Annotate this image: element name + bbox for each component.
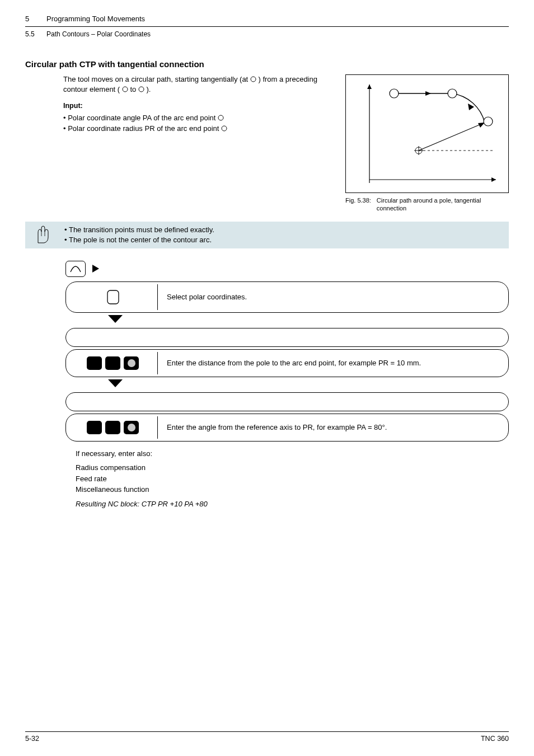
svg-point-18 (484, 117, 493, 126)
numeric-key-icon (87, 356, 102, 370)
step-3-text: Enter the angle from the reference axis … (158, 416, 506, 439)
step-1-text: Select polar coordinates. (158, 284, 506, 310)
arrow-right-icon (91, 264, 100, 274)
page-footer: 5-32 TNC 360 (25, 735, 509, 743)
note-item: The pole is not the center of the contou… (64, 235, 214, 245)
svg-marker-6 (491, 177, 496, 182)
svg-point-2 (139, 87, 144, 92)
svg-point-0 (251, 77, 256, 82)
svg-point-4 (222, 126, 227, 131)
numeric-key-icon (105, 356, 120, 370)
header-rule (25, 26, 509, 27)
svg-marker-19 (425, 91, 431, 96)
input-list: Polar coordinate angle PA of the arc end… (63, 113, 338, 134)
figure-caption-text: Circular path around a pole, tangential … (377, 196, 509, 213)
svg-point-17 (448, 89, 457, 98)
input-item: Polar coordinate angle PA of the arc end… (63, 113, 338, 124)
enter-key-icon (124, 421, 139, 434)
flow-start-row (65, 261, 509, 277)
input-item-text: Polar coordinate angle PA of the arc end… (68, 114, 218, 122)
section-number: 5.5 (25, 30, 39, 38)
svg-point-3 (218, 115, 223, 120)
svg-point-1 (123, 87, 128, 92)
step-1: Select polar coordinates. (65, 281, 509, 313)
chapter-title: Programming Tool Movements (46, 15, 145, 23)
section-subtitle: Path Contours – Polar Coordinates (46, 30, 151, 38)
svg-marker-20 (468, 104, 474, 110)
resulting-block: Resulting NC block: CTP PR +10 PA +80 (76, 499, 509, 510)
figure-diagram (352, 79, 503, 189)
intro-text-4: ). (147, 85, 151, 93)
svg-marker-23 (92, 265, 99, 273)
input-item-text: Polar coordinate radius PR of the arc en… (68, 124, 221, 133)
step-1-key (68, 284, 158, 310)
after-line1: If necessary, enter also: (76, 448, 509, 459)
hand-icon (31, 225, 54, 244)
note-list: The transition points must be defined ex… (64, 225, 214, 245)
svg-marker-25 (108, 315, 123, 323)
svg-marker-26 (108, 379, 123, 387)
tangent-key-icon (65, 261, 86, 277)
figure-box (345, 74, 509, 193)
footer-model: TNC 360 (481, 735, 509, 743)
svg-marker-8 (367, 84, 372, 89)
figure-caption: Fig. 5.38: Circular path around a pole, … (345, 196, 509, 213)
footer-page-number: 5-32 (25, 735, 39, 743)
intro-text: The tool moves on a circular path, start… (63, 74, 338, 94)
polar-key-icon (105, 289, 121, 306)
input-item: Polar coordinate radius PR of the arc en… (63, 124, 338, 134)
step-3: Enter the angle from the reference axis … (65, 414, 509, 442)
procedure-flow: Select polar coordinates. Enter the dist… (65, 261, 509, 442)
step-spacer (65, 392, 509, 411)
svg-rect-24 (107, 290, 119, 304)
after-line2: Radius compensation (76, 462, 509, 473)
input-label: Input: (63, 102, 338, 110)
enter-key-icon (124, 356, 139, 370)
intro-text-3: to (130, 85, 138, 93)
chapter-header: 5 Programming Tool Movements (25, 15, 509, 25)
after-line3: Feed rate (76, 473, 509, 485)
circle-marker-icon (122, 86, 128, 92)
circle-marker-icon (138, 86, 144, 92)
note-bar: The transition points must be defined ex… (25, 222, 509, 248)
svg-line-14 (419, 123, 485, 151)
numeric-key-icon (87, 421, 102, 434)
section-heading: Circular path CTP with tangential connec… (25, 59, 509, 69)
note-item: The transition points must be defined ex… (64, 225, 214, 235)
chapter-number: 5 (25, 15, 36, 23)
svg-point-16 (390, 89, 399, 98)
circle-marker-icon (250, 76, 256, 82)
step-2-text: Enter the distance from the pole to the … (158, 352, 506, 374)
numeric-key-icon (105, 421, 120, 434)
circle-marker-icon (221, 125, 227, 132)
arrow-down-icon (108, 379, 509, 389)
step-2: Enter the distance from the pole to the … (65, 349, 509, 377)
figure-number: Fig. 5.38: (345, 196, 371, 213)
step-2-keys (68, 352, 158, 374)
arrow-down-icon (108, 315, 509, 325)
after-line4: Miscellaneous function (76, 484, 509, 495)
intro-text-1: The tool moves on a circular path, start… (63, 75, 250, 83)
step-spacer (65, 328, 509, 347)
circle-marker-icon (218, 115, 224, 121)
step-3-keys (68, 416, 158, 439)
after-text: If necessary, enter also: Radius compens… (76, 448, 509, 510)
section-header: 5.5 Path Contours – Polar Coordinates (25, 30, 509, 40)
